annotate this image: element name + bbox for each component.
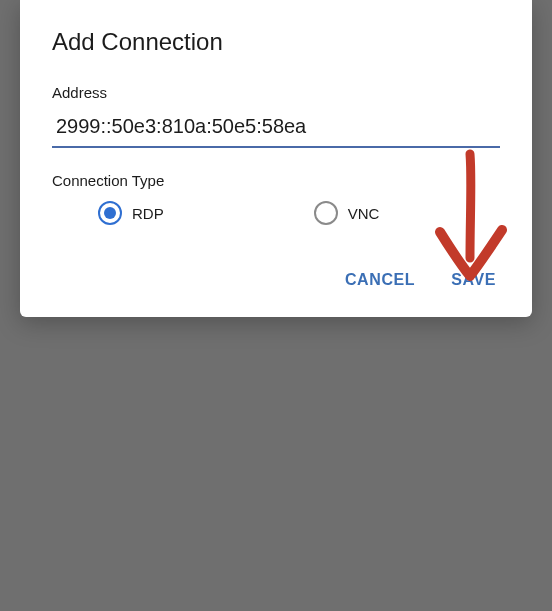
radio-option-vnc[interactable]: VNC <box>314 201 380 225</box>
radio-label-rdp: RDP <box>132 205 164 222</box>
add-connection-dialog: Add Connection Address Connection Type R… <box>20 0 532 317</box>
radio-label-vnc: VNC <box>348 205 380 222</box>
cancel-button[interactable]: CANCEL <box>341 265 419 295</box>
save-button[interactable]: SAVE <box>447 265 500 295</box>
radio-option-rdp[interactable]: RDP <box>98 201 164 225</box>
address-label: Address <box>52 84 500 101</box>
dialog-actions: CANCEL SAVE <box>52 265 500 295</box>
address-input[interactable] <box>52 109 500 148</box>
dialog-title: Add Connection <box>52 28 500 56</box>
connection-type-label: Connection Type <box>52 172 500 189</box>
radio-icon <box>98 201 122 225</box>
radio-dot-icon <box>104 207 116 219</box>
connection-type-group: RDP VNC <box>52 201 500 225</box>
radio-icon <box>314 201 338 225</box>
